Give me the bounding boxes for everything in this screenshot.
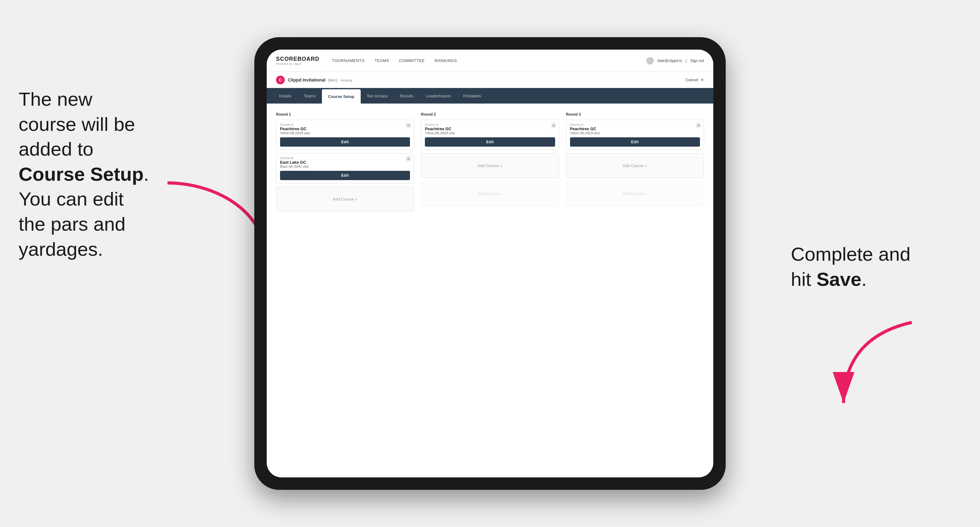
round2-course-a-name: Peachtree GC: [425, 127, 555, 131]
nav-tournaments[interactable]: TOURNAMENTS: [332, 58, 365, 63]
top-nav: SCOREBOARD Powered by clippd TOURNAMENTS…: [267, 49, 713, 72]
nav-right: blair@clippd.io | Sign out: [646, 57, 704, 65]
tab-details[interactable]: Details: [273, 88, 298, 103]
round-3-label: Round 3: [566, 112, 704, 117]
round3-course-a-card: ⊟ (Course A) Peachtree GC Yellow (M) (66…: [566, 120, 704, 150]
user-email: blair@clippd.io: [657, 59, 682, 63]
round2-course-a-details: Yellow (M) (6629 yds): [425, 132, 555, 135]
round2-course-a-card: ⊟ (Course A) Peachtree GC Yellow (M) (66…: [421, 120, 559, 150]
tablet-screen: SCOREBOARD Powered by clippd TOURNAMENTS…: [267, 49, 713, 478]
round1-course-a-name: Peachtree GC: [280, 127, 410, 131]
tab-leaderboards[interactable]: Leaderboards: [420, 88, 457, 103]
men-tag: (Men): [328, 78, 337, 83]
sign-out-link[interactable]: Sign out: [690, 59, 704, 63]
round1-course-a-label: (Course A): [280, 123, 410, 126]
clippd-logo: C: [276, 76, 285, 84]
round3-course-a-details: Yellow (M) (6629 yds): [570, 132, 700, 135]
round1-add-course-button[interactable]: Add Course +: [276, 187, 414, 211]
round3-course-a-edit-button[interactable]: Edit: [570, 137, 700, 147]
round1-course-b-delete-icon[interactable]: ⊟: [406, 156, 411, 162]
arrow-right-icon: [825, 316, 924, 415]
rounds-container: Round 1 ⊟ (Course A) Peachtree GC Yellow…: [276, 112, 704, 469]
round2-add-course-button[interactable]: Add Course +: [421, 153, 559, 178]
nav-committee[interactable]: COMMITTEE: [399, 58, 425, 63]
tab-printables[interactable]: Printables: [457, 88, 487, 103]
round-2-column: Round 2 ⊟ (Course A) Peachtree GC Yellow…: [421, 112, 559, 469]
hosting-badge: Hosting: [340, 78, 352, 82]
nav-links: TOURNAMENTS TEAMS COMMITTEE RANKINGS: [332, 58, 646, 63]
round1-course-b-edit-button[interactable]: Edit: [280, 171, 410, 180]
scoreboard-sub: Powered by clippd: [276, 62, 320, 65]
breadcrumb-left: C Clippd Invitational (Men) Hosting: [276, 76, 352, 84]
annotation-right: Complete and hit Save.: [791, 242, 961, 292]
round2-course-a-label: (Course A): [425, 123, 555, 126]
main-content: Round 1 ⊟ (Course A) Peachtree GC Yellow…: [267, 103, 713, 478]
tab-results[interactable]: Results: [394, 88, 420, 103]
nav-teams[interactable]: TEAMS: [375, 58, 389, 63]
breadcrumb: Clippd Invitational (Men) Hosting: [288, 78, 352, 83]
round2-add-course-disabled: Add Course +: [421, 181, 559, 206]
avatar: [646, 57, 654, 65]
round2-course-a-edit-button[interactable]: Edit: [425, 137, 555, 147]
round-3-column: Round 3 ⊟ (Course A) Peachtree GC Yellow…: [566, 112, 704, 469]
round1-course-a-delete-icon[interactable]: ⊟: [406, 122, 411, 128]
round-1-column: Round 1 ⊟ (Course A) Peachtree GC Yellow…: [276, 112, 414, 469]
round1-course-a-details: Yellow (M) (6629 yds): [280, 132, 410, 135]
round3-add-course-disabled: Add Course +: [566, 181, 704, 206]
round1-course-b-label: (Course B): [280, 157, 410, 160]
round1-course-a-card: ⊟ (Course A) Peachtree GC Yellow (M) (66…: [276, 120, 414, 150]
cancel-button[interactable]: Cancel ✕: [686, 78, 704, 82]
scoreboard-logo: SCOREBOARD Powered by clippd: [276, 56, 320, 65]
round-1-label: Round 1: [276, 112, 414, 117]
tab-course-setup[interactable]: Course Setup: [322, 89, 361, 103]
round3-course-a-delete-icon[interactable]: ⊟: [695, 122, 701, 128]
round1-course-b-details: Black (M) (6891 yds): [280, 165, 410, 168]
tab-tee-groups[interactable]: Tee Groups: [361, 88, 394, 103]
scoreboard-title: SCOREBOARD: [276, 56, 320, 62]
round-2-label: Round 2: [421, 112, 559, 117]
breadcrumb-bar: C Clippd Invitational (Men) Hosting Canc…: [267, 72, 713, 88]
tournament-name: Clippd Invitational: [288, 78, 325, 83]
round1-course-b-name: East Lake GC: [280, 160, 410, 165]
round3-course-a-name: Peachtree GC: [570, 127, 700, 131]
round3-course-a-label: (Course A): [570, 123, 700, 126]
round2-course-a-delete-icon[interactable]: ⊟: [551, 122, 556, 128]
tablet-frame: SCOREBOARD Powered by clippd TOURNAMENTS…: [254, 37, 726, 490]
round3-add-course-button[interactable]: Add Course +: [566, 153, 704, 178]
nav-rankings[interactable]: RANKINGS: [434, 58, 457, 63]
round1-course-b-card: ⊟ (Course B) East Lake GC Black (M) (689…: [276, 153, 414, 184]
tab-teams[interactable]: Teams: [298, 88, 322, 103]
tab-bar: Details Teams Course Setup Tee Groups Re…: [267, 88, 713, 103]
round1-course-a-edit-button[interactable]: Edit: [280, 137, 410, 147]
